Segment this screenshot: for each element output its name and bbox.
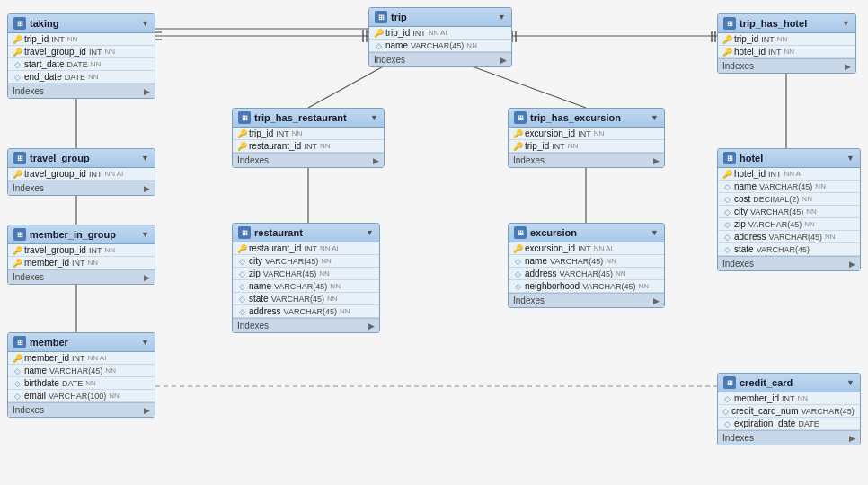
field-name-trip_has_hotel-1: hotel_id (734, 47, 766, 57)
table-trip_has_excursion: ⊞trip_has_excursion▼🔑excursion_id INT NN… (508, 108, 665, 168)
indexes-row-trip[interactable]: Indexes▶ (369, 52, 511, 66)
field-row-restaurant-5: ◇address VARCHAR(45) NN (233, 305, 379, 318)
indexes-row-excursion[interactable]: Indexes▶ (509, 293, 664, 307)
indexes-arrow-trip_has_hotel[interactable]: ▶ (845, 62, 851, 71)
field-row-hotel-2: ◇cost DECIMAL(2) NN (718, 193, 860, 206)
table-header-taking[interactable]: ⊞taking▼ (8, 14, 155, 33)
indexes-label-trip: Indexes (374, 55, 405, 65)
indexes-row-trip_has_excursion[interactable]: Indexes▶ (509, 153, 664, 167)
field-type-trip_has_restaurant-0: INT (276, 129, 289, 138)
field-constraints-member_in_group-1: NN (88, 259, 99, 267)
indexes-arrow-member_in_group[interactable]: ▶ (144, 273, 150, 282)
indexes-row-member[interactable]: Indexes▶ (8, 402, 155, 417)
field-type-taking-3: DATE (65, 73, 85, 82)
table-dropdown-trip_has_hotel[interactable]: ▼ (842, 19, 850, 28)
indexes-label-taking: Indexes (13, 86, 44, 96)
table-excursion: ⊞excursion▼🔑excursion_id INT NN AI◇name … (508, 223, 665, 308)
field-icon-diamond: ◇ (513, 269, 522, 278)
field-icon-fk: 🔑 (237, 142, 246, 151)
table-dropdown-member[interactable]: ▼ (141, 338, 149, 347)
table-dropdown-trip_has_restaurant[interactable]: ▼ (370, 113, 378, 122)
field-type-restaurant-3: VARCHAR(45) (274, 282, 327, 291)
table-header-trip_has_excursion[interactable]: ⊞trip_has_excursion▼ (509, 109, 664, 128)
table-name-trip_has_restaurant: trip_has_restaurant (254, 112, 347, 123)
table-header-excursion[interactable]: ⊞excursion▼ (509, 224, 664, 242)
field-name-trip_has_hotel-0: trip_id (734, 34, 758, 44)
field-name-hotel-2: cost (734, 194, 750, 204)
indexes-arrow-travel_group[interactable]: ▶ (144, 184, 150, 193)
field-name-trip-1: name (385, 40, 408, 50)
field-type-member-2: DATE (62, 379, 83, 388)
table-hotel: ⊞hotel▼🔑hotel_id INT NN AI◇name VARCHAR(… (717, 148, 861, 271)
table-dropdown-excursion[interactable]: ▼ (651, 228, 659, 237)
table-dropdown-travel_group[interactable]: ▼ (141, 154, 149, 163)
field-name-member-0: member_id (24, 353, 69, 363)
field-type-hotel-0: INT (768, 170, 782, 179)
indexes-row-hotel[interactable]: Indexes▶ (718, 256, 860, 270)
field-row-trip-0: 🔑trip_id INT NN AI (369, 27, 511, 40)
field-row-member-2: ◇birthdate DATE NN (8, 377, 155, 390)
indexes-arrow-trip[interactable]: ▶ (500, 56, 507, 65)
table-dropdown-trip_has_excursion[interactable]: ▼ (651, 113, 659, 122)
table-name-trip: trip (391, 12, 407, 22)
field-constraints-hotel-1: NN (815, 182, 826, 190)
field-name-hotel-5: address (734, 232, 766, 242)
field-row-member-1: ◇name VARCHAR(45) NN (8, 365, 155, 377)
table-header-travel_group[interactable]: ⊞travel_group▼ (8, 149, 155, 168)
field-row-hotel-4: ◇zip VARCHAR(45) NN (718, 218, 860, 231)
field-row-travel_group-0: 🔑travel_group_id INT NN AI (8, 168, 155, 181)
field-constraints-hotel-0: NN AI (784, 170, 803, 178)
table-header-restaurant[interactable]: ⊞restaurant▼ (233, 224, 379, 242)
indexes-row-travel_group[interactable]: Indexes▶ (8, 181, 155, 195)
field-type-hotel-2: DECIMAL(2) (753, 195, 799, 204)
indexes-arrow-member[interactable]: ▶ (144, 406, 150, 415)
table-header-trip[interactable]: ⊞trip▼ (369, 8, 511, 27)
table-dropdown-credit_card[interactable]: ▼ (846, 378, 855, 387)
table-dropdown-hotel[interactable]: ▼ (846, 154, 855, 163)
table-credit_card: ⊞credit_card▼◇member_id INT NN◇credit_ca… (717, 373, 861, 445)
field-row-member-3: ◇email VARCHAR(100) NN (8, 390, 155, 402)
field-row-restaurant-1: ◇city VARCHAR(45) NN (233, 255, 379, 268)
table-header-hotel[interactable]: ⊞hotel▼ (718, 149, 860, 168)
indexes-row-trip_has_restaurant[interactable]: Indexes▶ (233, 153, 384, 167)
field-row-taking-1: 🔑travel_group_id INT NN (8, 46, 155, 58)
indexes-arrow-taking[interactable]: ▶ (144, 87, 150, 96)
field-type-hotel-6: VARCHAR(45) (757, 245, 810, 254)
field-type-restaurant-0: INT (304, 244, 317, 253)
indexes-row-member_in_group[interactable]: Indexes▶ (8, 269, 155, 284)
field-icon-key: 🔑 (513, 244, 522, 253)
indexes-arrow-credit_card[interactable]: ▶ (849, 434, 855, 443)
indexes-arrow-trip_has_excursion[interactable]: ▶ (653, 156, 660, 165)
indexes-arrow-excursion[interactable]: ▶ (653, 296, 660, 305)
indexes-row-restaurant[interactable]: Indexes▶ (233, 318, 379, 332)
table-header-member_in_group[interactable]: ⊞member_in_group▼ (8, 225, 155, 244)
field-constraints-hotel-2: NN (802, 195, 812, 203)
field-name-restaurant-5: address (249, 306, 281, 316)
table-icon-trip_has_excursion: ⊞ (514, 111, 527, 124)
table-icon-trip_has_hotel: ⊞ (723, 17, 736, 30)
table-dropdown-member_in_group[interactable]: ▼ (141, 230, 149, 239)
field-icon-fk: 🔑 (13, 48, 22, 57)
field-constraints-travel_group-0: NN AI (104, 170, 123, 178)
indexes-row-trip_has_hotel[interactable]: Indexes▶ (718, 58, 855, 73)
table-icon-trip_has_restaurant: ⊞ (238, 111, 251, 124)
field-row-trip_has_excursion-1: 🔑trip_id INT NN (509, 140, 664, 153)
indexes-arrow-restaurant[interactable]: ▶ (368, 322, 375, 331)
field-icon-diamond: ◇ (13, 60, 22, 69)
indexes-row-taking[interactable]: Indexes▶ (8, 84, 155, 98)
field-row-taking-0: 🔑trip_id INT NN (8, 33, 155, 46)
indexes-label-member_in_group: Indexes (13, 272, 44, 282)
table-dropdown-trip[interactable]: ▼ (498, 13, 506, 22)
table-header-trip_has_hotel[interactable]: ⊞trip_has_hotel▼ (718, 14, 855, 33)
indexes-arrow-hotel[interactable]: ▶ (849, 260, 855, 269)
indexes-row-credit_card[interactable]: Indexes▶ (718, 430, 860, 445)
table-dropdown-restaurant[interactable]: ▼ (366, 228, 374, 237)
table-header-member[interactable]: ⊞member▼ (8, 333, 155, 352)
indexes-arrow-trip_has_restaurant[interactable]: ▶ (373, 156, 379, 165)
table-header-trip_has_restaurant[interactable]: ⊞trip_has_restaurant▼ (233, 109, 384, 128)
table-dropdown-taking[interactable]: ▼ (141, 19, 149, 28)
field-icon-diamond: ◇ (13, 379, 22, 388)
field-name-travel_group-0: travel_group_id (24, 169, 86, 179)
field-icon-fk: 🔑 (13, 35, 22, 44)
table-header-credit_card[interactable]: ⊞credit_card▼ (718, 374, 860, 392)
